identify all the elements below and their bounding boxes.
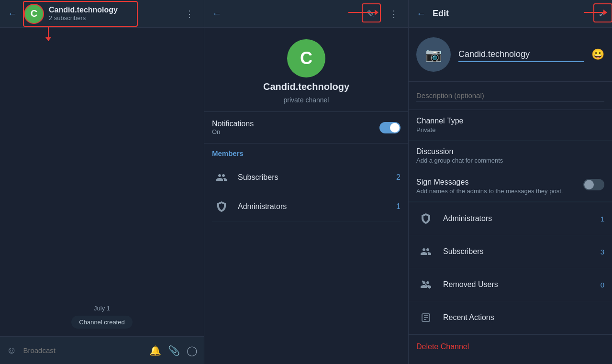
notifications-label-wrap: Notifications On <box>212 120 254 135</box>
channel-created-badge: Channel created <box>71 316 132 329</box>
back-button[interactable]: ← <box>6 6 19 21</box>
camera-footer-icon[interactable]: ◯ <box>187 345 197 356</box>
channel-name-large: Candid.technology <box>263 81 349 92</box>
chat-panel: ← C Candid.technology 2 subscribers ⋮ Ju… <box>0 0 204 364</box>
sign-messages-content: Sign Messages Add names of the admins to… <box>416 178 578 195</box>
more-button[interactable]: ⋮ <box>181 6 198 22</box>
edit-administrators-row[interactable]: Administrators 1 <box>409 202 612 235</box>
administrators-icon <box>212 197 231 216</box>
chat-footer: ☺ 🔔 📎 ◯ <box>0 336 204 364</box>
camera-icon: 📷 <box>425 47 442 63</box>
removed-users-count: 0 <box>601 281 604 289</box>
info-more-button[interactable]: ⋮ <box>385 6 402 22</box>
settings-section: Channel Type Private Discussion Add a gr… <box>409 110 612 202</box>
broadcast-input[interactable] <box>23 346 143 354</box>
notifications-section: Notifications On <box>204 111 408 143</box>
info-panel: ← ✎ ⋮ C Candid.technology private channe… <box>204 0 409 364</box>
delete-channel-button[interactable]: Delete Channel <box>416 342 469 351</box>
edit-administrators-count: 1 <box>601 215 604 223</box>
confirm-button-container: ✓ <box>598 8 606 20</box>
edit-button[interactable]: ✎ <box>367 9 375 19</box>
edit-title: Edit <box>433 9 593 19</box>
edit-subscribers-label: Subscribers <box>443 247 593 256</box>
edit-member-section: Administrators 1 Subscribers 3 <box>409 202 612 335</box>
channel-type-label: private channel <box>284 96 329 104</box>
chat-header: ← C Candid.technology 2 subscribers ⋮ <box>0 0 204 28</box>
edit-panel: ← Edit ✓ 📷 😀 Channel Type Private Discus… <box>409 0 612 364</box>
removed-users-row[interactable]: Removed Users 0 <box>409 268 612 301</box>
edit-header: ← Edit ✓ <box>409 0 612 28</box>
members-section: Members Subscribers 2 Administrators 1 <box>204 143 408 227</box>
attachment-icon[interactable]: 📎 <box>168 345 180 356</box>
edit-body: 📷 😀 Channel Type Private Discussion Add … <box>409 28 612 364</box>
confirm-button[interactable]: ✓ <box>598 9 606 19</box>
edit-avatar[interactable]: 📷 <box>416 37 451 72</box>
channel-type-setting-title: Channel Type <box>416 117 604 125</box>
subscribers-row[interactable]: Subscribers 2 <box>212 163 401 192</box>
edit-button-container: ✎ <box>367 8 375 20</box>
subscribers-count: 2 <box>396 173 401 182</box>
emoji-button[interactable]: 😀 <box>591 48 604 61</box>
recent-actions-label: Recent Actions <box>443 313 604 322</box>
header-info[interactable]: Candid.technology 2 subscribers <box>49 6 176 22</box>
channel-type-row[interactable]: Channel Type Private <box>409 110 612 141</box>
edit-administrators-label: Administrators <box>443 214 593 223</box>
removed-users-icon <box>416 275 435 294</box>
channel-big-avatar: C <box>287 39 325 77</box>
administrators-label: Administrators <box>238 202 389 211</box>
annotation-arrow-down <box>48 27 49 41</box>
subscribers-label: Subscribers <box>238 173 389 182</box>
administrators-count: 1 <box>396 202 401 211</box>
recent-actions-row[interactable]: Recent Actions <box>409 301 612 334</box>
edit-subscribers-row[interactable]: Subscribers 3 <box>409 235 612 268</box>
subscriber-count: 2 subscribers <box>49 14 176 22</box>
removed-users-label: Removed Users <box>443 280 593 289</box>
info-header: ← ✎ ⋮ <box>204 0 408 28</box>
discussion-row[interactable]: Discussion Add a group chat for comments <box>409 141 612 171</box>
notification-icon[interactable]: 🔔 <box>149 345 161 356</box>
delete-section: Delete Channel <box>409 335 612 359</box>
avatar: C <box>24 4 44 24</box>
notifications-label: Notifications <box>212 120 254 128</box>
info-body: C Candid.technology private channel Noti… <box>204 28 408 227</box>
sign-messages-row: Sign Messages Add names of the admins to… <box>409 171 612 202</box>
notifications-status: On <box>212 128 254 135</box>
channel-type-setting-value: Private <box>416 126 604 133</box>
emoji-icon[interactable]: ☺ <box>7 345 16 356</box>
description-section <box>409 82 612 110</box>
edit-subscribers-count: 3 <box>601 248 604 256</box>
discussion-title: Discussion <box>416 147 604 156</box>
members-title: Members <box>212 149 401 157</box>
channel-name-input[interactable] <box>458 47 584 62</box>
sign-messages-subtitle: Add names of the admins to the messages … <box>416 188 578 195</box>
chat-body: July 1 Channel created <box>0 28 204 336</box>
administrators-row[interactable]: Administrators 1 <box>212 192 401 221</box>
edit-back-button[interactable]: ← <box>414 6 428 21</box>
description-input[interactable] <box>416 89 604 102</box>
notifications-toggle[interactable] <box>379 122 401 133</box>
sign-messages-toggle[interactable] <box>583 179 604 190</box>
edit-subscribers-icon <box>416 242 435 261</box>
discussion-subtitle: Add a group chat for comments <box>416 157 604 164</box>
notifications-row: Notifications On <box>212 118 401 137</box>
edit-administrators-icon <box>416 209 435 228</box>
info-back-button[interactable]: ← <box>210 6 223 21</box>
edit-avatar-section: 📷 😀 <box>409 28 612 82</box>
sign-messages-title: Sign Messages <box>416 178 578 187</box>
channel-name: Candid.technology <box>49 6 176 14</box>
recent-actions-icon <box>416 308 435 327</box>
date-label: July 1 <box>8 305 196 312</box>
channel-profile: C Candid.technology private channel <box>204 28 408 111</box>
subscribers-icon <box>212 168 231 187</box>
